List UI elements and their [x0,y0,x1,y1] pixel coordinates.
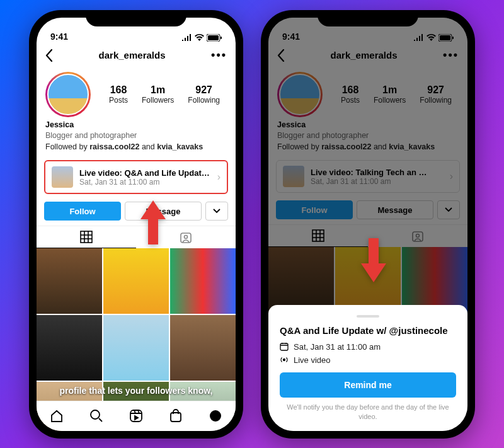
sheet-grabber[interactable] [357,315,379,318]
svg-rect-1 [208,35,219,40]
scheduled-live-card[interactable]: Live video: Q&A and Life Updat… Sat, Jan… [44,160,228,194]
svg-rect-2 [220,37,222,39]
battery-icon [207,34,222,42]
svg-point-10 [91,410,100,419]
reels-icon[interactable] [129,409,143,423]
svg-rect-8 [181,233,191,243]
svg-rect-28 [280,343,288,350]
home-icon[interactable] [50,409,64,423]
more-icon[interactable]: ••• [211,49,227,62]
phone-right: 9:41 dark_emeralds ••• 168Posts 1mFollow… [261,10,475,439]
live-title: Live video: Q&A and Life Updat… [79,168,211,178]
screen: 9:41 dark_emeralds ••• 168Posts 1mFollow… [268,18,467,431]
bio: Jessica Blogger and photographer Followe… [37,118,236,158]
profile-header: 168Posts 1mFollowers 927Following [37,68,236,118]
svg-rect-3 [81,231,92,243]
suggestions-button[interactable] [205,202,228,221]
phone-left: 9:41 dark_emeralds ••• 168Posts 1mFollow… [29,10,243,439]
bio-name: Jessica [45,120,227,131]
live-thumb [52,166,73,188]
overlay-caption: profile that lets your followers know, [37,386,236,396]
screen: 9:41 dark_emeralds ••• 168Posts 1mFollow… [37,18,236,431]
sheet-title: Q&A and Life Update w/ @justinecole [280,325,456,336]
post-cell[interactable] [37,315,102,381]
shop-icon[interactable] [169,409,183,423]
action-buttons: Follow Message [37,197,236,226]
post-cell[interactable] [170,248,236,314]
post-cell[interactable] [103,315,169,381]
header-username: dark_emeralds [99,50,166,60]
tagged-icon [180,231,192,244]
svg-rect-16 [171,413,181,422]
sheet-type: Live video [280,355,456,365]
remind-me-button[interactable]: Remind me [280,372,456,398]
svg-point-9 [185,235,188,238]
live-time: Sat, Jan 31 at 11:00 am [79,178,211,187]
stat-posts[interactable]: 168Posts [109,84,128,105]
profile-icon[interactable] [209,409,222,423]
annotation-arrow-up [137,200,169,244]
back-icon[interactable] [45,49,53,62]
annotation-arrow-down [358,238,389,282]
svg-point-17 [210,410,221,422]
wifi-icon [195,34,204,41]
tab-grid[interactable] [37,226,136,248]
signal-icon [182,34,192,41]
svg-point-32 [284,359,285,361]
post-cell[interactable] [170,315,236,381]
stat-following[interactable]: 927Following [188,84,220,105]
status-time: 9:41 [50,32,68,42]
notch [86,10,186,26]
stat-followers[interactable]: 1mFollowers [142,84,174,105]
stats: 168Posts 1mFollowers 927Following [102,84,227,105]
svg-rect-12 [130,410,142,422]
chevron-right-icon: › [217,171,220,183]
avatar[interactable] [45,72,91,117]
search-icon[interactable] [89,409,103,423]
post-cell[interactable] [37,248,102,314]
sheet-note: We'll notify you the day before and the … [280,403,456,422]
svg-line-11 [99,418,102,422]
followed-by: Followed by raissa.cool22 and kvia_kavak… [45,142,227,153]
post-cell[interactable] [103,248,169,314]
calendar-icon [280,342,289,351]
follow-button[interactable]: Follow [44,202,121,221]
profile-tabs [37,226,236,248]
notch [318,10,418,26]
status-indicators [182,34,222,42]
sheet-date: Sat, Jan 31 at 11:00 am [280,342,456,352]
title-bar: dark_emeralds ••• [37,43,236,68]
bottom-nav [37,401,236,431]
reminder-sheet: Q&A and Life Update w/ @justinecole Sat,… [268,305,467,431]
bio-subtitle: Blogger and photographer [45,130,227,142]
grid-icon [80,231,93,243]
broadcast-icon [280,355,289,364]
